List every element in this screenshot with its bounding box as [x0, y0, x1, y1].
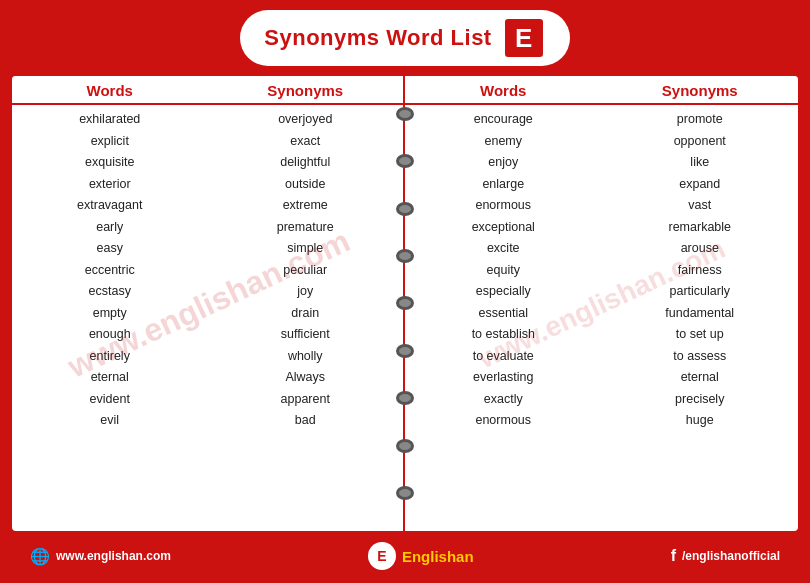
list-item: exceptional: [472, 217, 535, 239]
list-item: enjoy: [488, 152, 518, 174]
spiral-binding: [396, 76, 414, 531]
left-words-col: exhilaratedexplicitexquisiteexteriorextr…: [12, 105, 208, 525]
list-item: sufficient: [281, 324, 330, 346]
list-item: exhilarated: [79, 109, 140, 131]
list-item: enemy: [484, 131, 522, 153]
page-container: Synonyms Word List E www.englishan.com w…: [0, 0, 810, 583]
left-panel: Words Synonyms exhilaratedexplicitexquis…: [12, 76, 405, 531]
list-item: enough: [89, 324, 131, 346]
list-item: promote: [677, 109, 723, 131]
footer-logo: E Englishan: [368, 542, 474, 570]
spiral-ring: [396, 344, 414, 358]
footer-facebook: f /englishanofficial: [671, 547, 780, 565]
list-item: extravagant: [77, 195, 142, 217]
spiral-ring: [396, 296, 414, 310]
list-item: to establish: [472, 324, 535, 346]
spiral-ring: [396, 202, 414, 216]
left-rows: exhilaratedexplicitexquisiteexteriorextr…: [12, 105, 403, 525]
list-item: empty: [93, 303, 127, 325]
left-synonyms-header: Synonyms: [208, 82, 404, 99]
list-item: eternal: [91, 367, 129, 389]
facebook-icon: f: [671, 547, 676, 565]
spiral-ring: [396, 439, 414, 453]
list-item: eccentric: [85, 260, 135, 282]
list-item: to assess: [673, 346, 726, 368]
list-item: particularly: [670, 281, 730, 303]
list-item: to evaluate: [473, 346, 534, 368]
logo-icon: E: [368, 542, 396, 570]
spiral-ring: [396, 154, 414, 168]
right-synonyms-header: Synonyms: [602, 82, 799, 99]
list-item: enormous: [475, 410, 531, 432]
left-col-headers: Words Synonyms: [12, 76, 403, 105]
title-pill: Synonyms Word List E: [240, 10, 569, 66]
list-item: arouse: [681, 238, 719, 260]
globe-icon: 🌐: [30, 547, 50, 566]
list-item: enormous: [475, 195, 531, 217]
spiral-ring: [396, 391, 414, 405]
list-item: like: [690, 152, 709, 174]
list-item: exquisite: [85, 152, 134, 174]
list-item: joy: [297, 281, 313, 303]
right-words-col: encourageenemyenjoyenlargeenormousexcept…: [405, 105, 602, 525]
list-item: explicit: [91, 131, 129, 153]
list-item: opponent: [674, 131, 726, 153]
list-item: entirely: [90, 346, 130, 368]
list-item: overjoyed: [278, 109, 332, 131]
list-item: exterior: [89, 174, 131, 196]
list-item: easy: [97, 238, 123, 260]
list-item: vast: [688, 195, 711, 217]
left-synonyms-col: overjoyedexactdelightfuloutsideextremepr…: [208, 105, 404, 525]
spiral-ring: [396, 249, 414, 263]
list-item: extreme: [283, 195, 328, 217]
logo-black: English: [402, 548, 456, 565]
list-item: to set up: [676, 324, 724, 346]
list-item: wholly: [288, 346, 323, 368]
content-area: www.englishan.com www.englishan.com Word…: [12, 76, 798, 531]
title-letter: E: [502, 16, 546, 60]
list-item: encourage: [474, 109, 533, 131]
list-item: eternal: [681, 367, 719, 389]
right-words-header: Words: [405, 82, 602, 99]
title-bar: Synonyms Word List E: [240, 10, 569, 66]
list-item: fundamental: [665, 303, 734, 325]
list-item: drain: [291, 303, 319, 325]
list-item: excite: [487, 238, 520, 260]
list-item: huge: [686, 410, 714, 432]
list-item: essential: [479, 303, 528, 325]
list-item: early: [96, 217, 123, 239]
list-item: outside: [285, 174, 325, 196]
spiral-ring: [396, 486, 414, 500]
list-item: simple: [287, 238, 323, 260]
right-col-headers: Words Synonyms: [405, 76, 798, 105]
footer-website: 🌐 www.englishan.com: [30, 547, 171, 566]
list-item: expand: [679, 174, 720, 196]
title-text: Synonyms Word List: [264, 25, 491, 51]
list-item: enlarge: [482, 174, 524, 196]
right-rows: encourageenemyenjoyenlargeenormousexcept…: [405, 105, 798, 525]
logo-text: Englishan: [402, 548, 474, 565]
list-item: precisely: [675, 389, 724, 411]
footer-website-text: www.englishan.com: [56, 549, 171, 563]
list-item: everlasting: [473, 367, 533, 389]
list-item: apparent: [281, 389, 330, 411]
footer: 🌐 www.englishan.com E Englishan f /engli…: [12, 537, 798, 575]
logo-yellow: an: [456, 548, 474, 565]
list-item: exact: [290, 131, 320, 153]
list-item: evil: [100, 410, 119, 432]
list-item: ecstasy: [89, 281, 131, 303]
list-item: peculiar: [283, 260, 327, 282]
list-item: delightful: [280, 152, 330, 174]
list-item: remarkable: [668, 217, 731, 239]
list-item: Always: [285, 367, 325, 389]
footer-facebook-text: /englishanofficial: [682, 549, 780, 563]
list-item: fairness: [678, 260, 722, 282]
list-item: especially: [476, 281, 531, 303]
list-item: exactly: [484, 389, 523, 411]
spiral-ring: [396, 107, 414, 121]
list-item: equity: [487, 260, 520, 282]
list-item: premature: [277, 217, 334, 239]
right-synonyms-col: promoteopponentlikeexpandvastremarkablea…: [602, 105, 799, 525]
list-item: bad: [295, 410, 316, 432]
right-panel: Words Synonyms encourageenemyenjoyenlarg…: [405, 76, 798, 531]
